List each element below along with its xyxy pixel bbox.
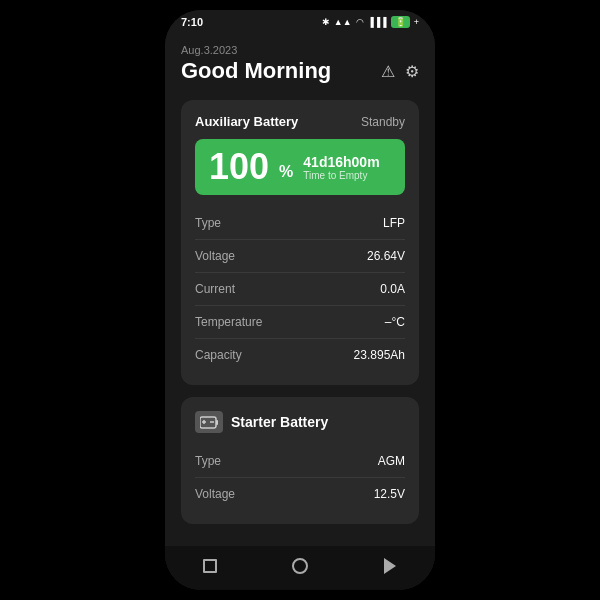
aux-battery-title: Auxiliary Battery <box>195 114 298 129</box>
starter-battery-card: Starter Battery Type AGM Voltage 12.5V <box>181 397 419 524</box>
starter-detail-type: Type AGM <box>195 445 405 478</box>
starter-battery-details: Type AGM Voltage 12.5V <box>195 445 405 510</box>
wifi-icon: ◠ <box>356 17 364 27</box>
voltage-label: Voltage <box>195 249 235 263</box>
detail-temperature: Temperature –°C <box>195 306 405 339</box>
battery-icon: 🔋 <box>391 16 410 28</box>
type-value: LFP <box>383 216 405 230</box>
main-content: Aug.3.2023 Good Morning ⚠ ⚙ Auxiliary Ba… <box>165 32 435 546</box>
detail-current: Current 0.0A <box>195 273 405 306</box>
page-title: Good Morning <box>181 58 331 84</box>
aux-card-header: Auxiliary Battery Standby <box>195 114 405 129</box>
current-label: Current <box>195 282 235 296</box>
circle-icon <box>292 558 308 574</box>
back-icon <box>384 558 396 574</box>
battery-time-info: 41d16h00m Time to Empty <box>303 154 379 181</box>
auxiliary-battery-card: Auxiliary Battery Standby 100 % 41d16h00… <box>181 100 419 385</box>
starter-battery-title: Starter Battery <box>231 414 328 430</box>
status-time: 7:10 <box>181 16 203 28</box>
battery-time-value: 41d16h00m <box>303 154 379 170</box>
starter-voltage-label: Voltage <box>195 487 235 501</box>
svg-rect-1 <box>216 420 218 425</box>
capacity-label: Capacity <box>195 348 242 362</box>
aux-battery-status: Standby <box>361 115 405 129</box>
aux-battery-details: Type LFP Voltage 26.64V Current 0.0A Tem… <box>195 207 405 371</box>
detail-type: Type LFP <box>195 207 405 240</box>
temperature-value: –°C <box>385 315 405 329</box>
nav-home-button[interactable] <box>290 556 310 576</box>
header: Aug.3.2023 Good Morning ⚠ ⚙ <box>181 44 419 84</box>
type-label: Type <box>195 216 221 230</box>
status-icons: ✱ ▲▲ ◠ ▐▐▐ 🔋 + <box>322 16 419 28</box>
temperature-label: Temperature <box>195 315 262 329</box>
capacity-value: 23.895Ah <box>354 348 405 362</box>
charging-icon: + <box>414 17 419 27</box>
nav-square-button[interactable] <box>200 556 220 576</box>
bluetooth-icon: ✱ <box>322 17 330 27</box>
bottom-nav <box>165 546 435 590</box>
nav-back-button[interactable] <box>380 556 400 576</box>
starter-type-label: Type <box>195 454 221 468</box>
battery-percentage-value: 100 <box>209 149 269 185</box>
signal-bars-icon: ▐▐▐ <box>368 17 387 27</box>
header-action-icons: ⚠ ⚙ <box>381 62 419 81</box>
header-date: Aug.3.2023 <box>181 44 419 56</box>
voltage-value: 26.64V <box>367 249 405 263</box>
signal-icon: ▲▲ <box>334 17 352 27</box>
starter-card-header: Starter Battery <box>195 411 405 433</box>
header-row: Good Morning ⚠ ⚙ <box>181 58 419 84</box>
current-value: 0.0A <box>380 282 405 296</box>
square-icon <box>203 559 217 573</box>
starter-battery-icon <box>195 411 223 433</box>
battery-percent-sign: % <box>279 163 293 181</box>
detail-capacity: Capacity 23.895Ah <box>195 339 405 371</box>
battery-time-label: Time to Empty <box>303 170 379 181</box>
starter-detail-voltage: Voltage 12.5V <box>195 478 405 510</box>
starter-type-value: AGM <box>378 454 405 468</box>
phone-frame: 7:10 ✱ ▲▲ ◠ ▐▐▐ 🔋 + Aug.3.2023 Good Morn… <box>165 10 435 590</box>
settings-icon[interactable]: ⚙ <box>405 62 419 81</box>
status-bar: 7:10 ✱ ▲▲ ◠ ▐▐▐ 🔋 + <box>165 10 435 32</box>
starter-voltage-value: 12.5V <box>374 487 405 501</box>
alert-icon[interactable]: ⚠ <box>381 62 395 81</box>
battery-percentage-bar: 100 % 41d16h00m Time to Empty <box>195 139 405 195</box>
detail-voltage: Voltage 26.64V <box>195 240 405 273</box>
